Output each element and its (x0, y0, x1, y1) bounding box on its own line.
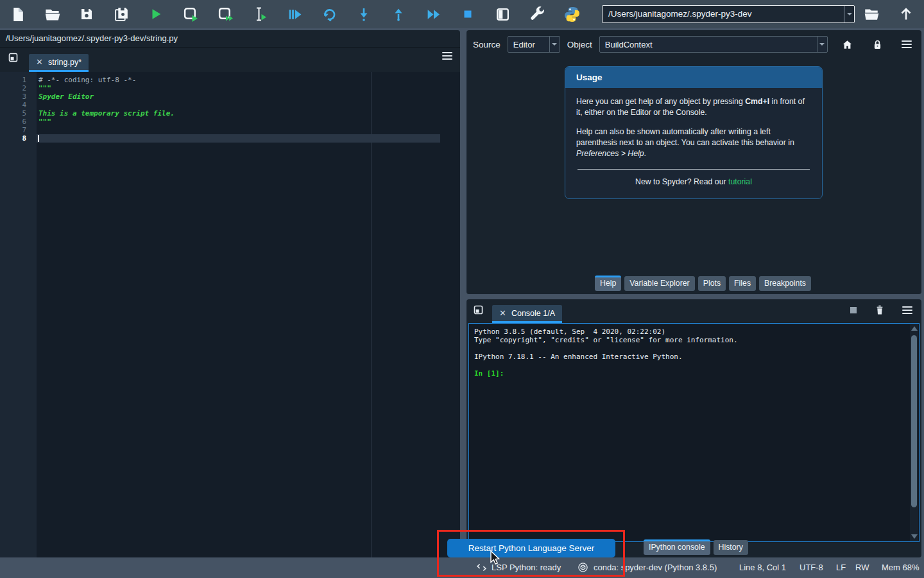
working-directory-combobox[interactable]: /Users/juanitagomez/.spyder-py3-dev (602, 5, 855, 23)
usage-paragraph-2: Help can also be shown automatically aft… (576, 127, 811, 159)
scroll-down-icon[interactable] (911, 534, 918, 539)
remove-console-trash-icon[interactable] (875, 304, 885, 316)
help-pane: Source Editor Object BuildContext (466, 30, 921, 294)
help-options-menu-icon[interactable] (902, 40, 912, 48)
current-code-line (37, 134, 460, 143)
editor-pane: /Users/juanitagomez/.spyder-py3-dev/stri… (0, 30, 460, 557)
tab-history[interactable]: History (714, 540, 748, 555)
source-label: Source (473, 40, 501, 49)
maximize-pane-icon[interactable] (493, 5, 511, 23)
run-file-icon[interactable] (147, 5, 165, 23)
console-prompt[interactable]: In [1]: (474, 369, 914, 378)
line-ending: LF (836, 563, 846, 572)
console-options-menu-icon[interactable] (902, 306, 912, 314)
plugin-tab-bar: Help Variable Explorer Plots Files Break… (595, 276, 811, 291)
browse-directory-icon[interactable] (862, 5, 880, 23)
code-line: Spyder Editor (37, 92, 460, 101)
code-line: # -*- coding: utf-8 -*- (37, 76, 460, 84)
editor-tab-stringpy[interactable]: ✕ string.py* (29, 54, 89, 72)
run-cell-icon[interactable] (182, 5, 200, 23)
tab-plots[interactable]: Plots (698, 276, 726, 291)
code-area[interactable]: # -*- coding: utf-8 -*- """ Spyder Edito… (37, 72, 460, 557)
ipython-console-view[interactable]: Python 3.8.5 (default, Sep 4 2020, 02:22… (468, 323, 920, 542)
interrupt-kernel-icon[interactable] (850, 306, 857, 314)
close-console-icon[interactable]: ✕ (499, 309, 506, 317)
usage-card: Usage Here you can get help of any objec… (565, 66, 823, 199)
usage-paragraph-1: Here you can get help of any object by p… (576, 96, 811, 118)
object-dropdown-arrow[interactable] (817, 37, 827, 52)
console-tab-label: Console 1/A (511, 309, 555, 318)
object-label: Object (567, 40, 592, 49)
console-tab[interactable]: ✕ Console 1/A (492, 305, 562, 323)
console-scrollbar[interactable] (910, 324, 918, 541)
run-selection-icon[interactable] (251, 5, 269, 23)
tab-files[interactable]: Files (729, 276, 756, 291)
source-combobox[interactable]: Editor (508, 36, 560, 53)
object-combobox[interactable]: BuildContext (599, 36, 828, 53)
editor-tab-bar: ✕ string.py* (0, 48, 460, 72)
preferences-wrench-icon[interactable] (528, 5, 546, 23)
scroll-up-icon[interactable] (911, 326, 918, 331)
usage-divider (578, 169, 810, 170)
console-tab-bar: ✕ Console 1/A (466, 299, 921, 323)
tab-ipython-console[interactable]: IPython console (644, 539, 710, 555)
step-into-icon[interactable] (355, 5, 373, 23)
spyder-window: /Users/juanitagomez/.spyder-py3-dev /Use… (0, 0, 924, 578)
new-file-icon[interactable] (8, 5, 26, 23)
browse-consoles-icon[interactable] (473, 304, 484, 315)
code-line (37, 101, 460, 109)
code-line (37, 126, 460, 134)
python-logo-icon[interactable] (563, 5, 581, 23)
mouse-cursor (490, 550, 502, 565)
main-toolbar: /Users/juanitagomez/.spyder-py3-dev (0, 0, 924, 28)
close-tab-icon[interactable]: ✕ (36, 58, 43, 66)
code-line: """ (37, 84, 460, 92)
console-pane: ✕ Console 1/A Python 3.8.5 (default, Sep… (466, 299, 921, 557)
browse-tabs-icon[interactable] (8, 52, 19, 63)
memory-usage: Mem 68% (882, 563, 920, 572)
code-editor[interactable]: 1 2 3 4 5 6 7 8 # -*- coding: utf-8 -*- … (0, 72, 460, 557)
cursor-position: Line 8, Col 1 (739, 563, 786, 572)
code-line: """ (37, 118, 460, 126)
save-icon[interactable] (78, 5, 96, 23)
debug-file-icon[interactable] (286, 5, 304, 23)
tab-help[interactable]: Help (595, 276, 621, 291)
parent-directory-icon[interactable] (897, 5, 915, 23)
editor-options-menu-icon[interactable] (442, 52, 452, 60)
column-ruler (371, 72, 372, 557)
editor-file-path: /Users/juanitagomez/.spyder-py3-dev/stri… (0, 30, 460, 48)
tab-variable-explorer[interactable]: Variable Explorer (624, 276, 694, 291)
open-file-icon[interactable] (43, 5, 61, 23)
home-icon[interactable] (841, 39, 853, 51)
continue-execution-icon[interactable] (424, 5, 442, 23)
tutorial-link[interactable]: tutorial (728, 177, 752, 186)
stop-icon[interactable] (459, 5, 477, 23)
lock-icon[interactable] (872, 39, 883, 51)
save-all-icon[interactable] (112, 5, 130, 23)
tab-breakpoints[interactable]: Breakpoints (759, 276, 811, 291)
run-current-line-icon[interactable] (320, 5, 338, 23)
usage-footer: New to Spyder? Read our tutorial (576, 177, 811, 191)
step-out-icon[interactable] (389, 5, 407, 23)
run-cell-advance-icon[interactable] (216, 5, 234, 23)
editor-tab-label: string.py* (48, 58, 81, 67)
file-encoding: UTF-8 (800, 563, 823, 572)
line-number-gutter: 1 2 3 4 5 6 7 8 (0, 72, 37, 557)
file-permissions: RW (855, 563, 869, 572)
restart-language-server-button[interactable]: Restart Python Language Server (447, 539, 615, 557)
scrollbar-thumb[interactable] (911, 335, 917, 507)
code-line: This is a temporary script file. (37, 109, 460, 118)
console-bottom-tab-bar: IPython console History (644, 539, 748, 555)
usage-title: Usage (565, 67, 822, 88)
source-dropdown-arrow[interactable] (549, 37, 560, 52)
working-directory-value: /Users/juanitagomez/.spyder-py3-dev (603, 6, 844, 22)
working-directory-dropdown-arrow[interactable] (844, 6, 854, 22)
